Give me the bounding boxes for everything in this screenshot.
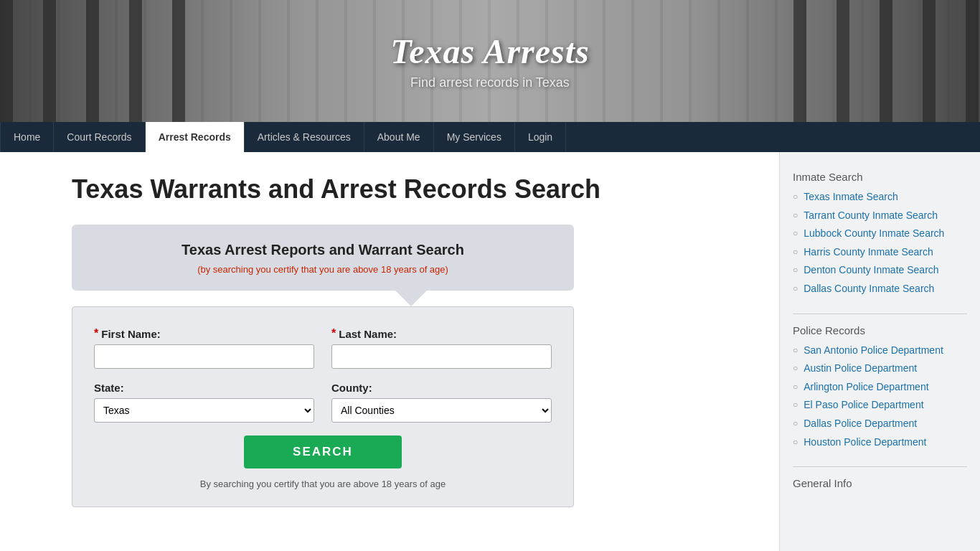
name-row: * First Name: * Last Name: bbox=[94, 327, 552, 369]
inmate-link-3[interactable]: Harris County Inmate Search bbox=[804, 245, 933, 260]
hero-bars-left bbox=[0, 0, 187, 122]
first-name-input[interactable] bbox=[94, 344, 314, 369]
search-form-box: * First Name: * Last Name: State: bbox=[72, 306, 574, 507]
search-header-box: Texas Arrest Reports and Warrant Search … bbox=[72, 225, 574, 291]
last-name-group: * Last Name: bbox=[331, 327, 552, 369]
state-group: State: Texas bbox=[94, 382, 314, 423]
hero-banner: Texas Arrests Find arrest records in Tex… bbox=[0, 0, 980, 122]
police-records-title: Police Records bbox=[793, 324, 967, 336]
nav-court-records[interactable]: Court Records bbox=[54, 122, 145, 152]
list-item: Austin Police Department bbox=[793, 362, 967, 376]
state-select[interactable]: Texas bbox=[94, 398, 314, 423]
first-name-required: * bbox=[94, 327, 98, 340]
general-info-title: General Info bbox=[793, 477, 967, 489]
county-group: County: All Counties bbox=[331, 382, 552, 423]
police-link-2[interactable]: Arlington Police Department bbox=[804, 380, 928, 395]
search-button[interactable]: SEARCH bbox=[244, 435, 402, 468]
list-item: Houston Police Department bbox=[793, 435, 967, 450]
first-name-group: * First Name: bbox=[94, 327, 314, 369]
inmate-link-1[interactable]: Tarrant County Inmate Search bbox=[804, 209, 938, 223]
triangle-connector bbox=[395, 291, 427, 306]
nav-home[interactable]: Home bbox=[0, 122, 54, 152]
list-item: El Paso Police Department bbox=[793, 398, 967, 413]
inmate-link-4[interactable]: Denton County Inmate Search bbox=[804, 263, 938, 278]
police-link-0[interactable]: San Antonio Police Department bbox=[804, 344, 943, 358]
nav-articles[interactable]: Articles & Resources bbox=[245, 122, 364, 152]
last-name-input[interactable] bbox=[331, 344, 552, 369]
inmate-link-2[interactable]: Lubbock County Inmate Search bbox=[804, 227, 944, 241]
nav-arrest-records[interactable]: Arrest Records bbox=[146, 122, 245, 152]
list-item: Dallas Police Department bbox=[793, 417, 967, 431]
inmate-search-list: Texas Inmate Search Tarrant County Inmat… bbox=[793, 190, 967, 296]
last-name-label: * Last Name: bbox=[331, 327, 552, 340]
form-disclaimer: By searching you certify that you are ab… bbox=[94, 479, 552, 489]
main-nav: Home Court Records Arrest Records Articl… bbox=[0, 122, 980, 152]
location-row: State: Texas County: All Counties bbox=[94, 382, 552, 423]
nav-about-me[interactable]: About Me bbox=[364, 122, 434, 152]
inmate-link-0[interactable]: Texas Inmate Search bbox=[804, 190, 898, 204]
list-item: Arlington Police Department bbox=[793, 380, 967, 395]
list-item: Harris County Inmate Search bbox=[793, 245, 967, 260]
sidebar: Inmate Search Texas Inmate Search Tarran… bbox=[779, 152, 980, 551]
search-box-title: Texas Arrest Reports and Warrant Search bbox=[93, 242, 552, 258]
list-item: Tarrant County Inmate Search bbox=[793, 209, 967, 223]
main-content: Texas Warrants and Arrest Records Search… bbox=[0, 152, 779, 551]
list-item: San Antonio Police Department bbox=[793, 344, 967, 358]
police-link-3[interactable]: El Paso Police Department bbox=[804, 398, 923, 413]
site-title: Texas Arrests bbox=[390, 32, 590, 71]
inmate-search-title: Inmate Search bbox=[793, 171, 967, 183]
page-layout: Texas Warrants and Arrest Records Search… bbox=[0, 152, 980, 551]
list-item: Lubbock County Inmate Search bbox=[793, 227, 967, 241]
list-item: Denton County Inmate Search bbox=[793, 263, 967, 278]
inmate-link-5[interactable]: Dallas County Inmate Search bbox=[804, 282, 934, 296]
last-name-required: * bbox=[331, 327, 336, 340]
police-records-list: San Antonio Police Department Austin Pol… bbox=[793, 344, 967, 450]
nav-login[interactable]: Login bbox=[515, 122, 566, 152]
search-box-subtitle: (by searching you certify that you are a… bbox=[93, 264, 552, 275]
police-link-5[interactable]: Houston Police Department bbox=[804, 435, 926, 450]
county-label: County: bbox=[331, 382, 552, 394]
police-link-4[interactable]: Dallas Police Department bbox=[804, 417, 917, 431]
county-select[interactable]: All Counties bbox=[331, 398, 552, 423]
site-subtitle: Find arrest records in Texas bbox=[410, 75, 570, 90]
hero-bars-right bbox=[793, 0, 980, 122]
sidebar-divider-1 bbox=[793, 314, 967, 314]
list-item: Dallas County Inmate Search bbox=[793, 282, 967, 296]
state-label: State: bbox=[94, 382, 314, 394]
police-link-1[interactable]: Austin Police Department bbox=[804, 362, 917, 376]
first-name-label: * First Name: bbox=[94, 327, 314, 340]
sidebar-divider-2 bbox=[793, 466, 967, 467]
page-heading: Texas Warrants and Arrest Records Search bbox=[72, 174, 750, 204]
nav-services[interactable]: My Services bbox=[434, 122, 515, 152]
list-item: Texas Inmate Search bbox=[793, 190, 967, 204]
